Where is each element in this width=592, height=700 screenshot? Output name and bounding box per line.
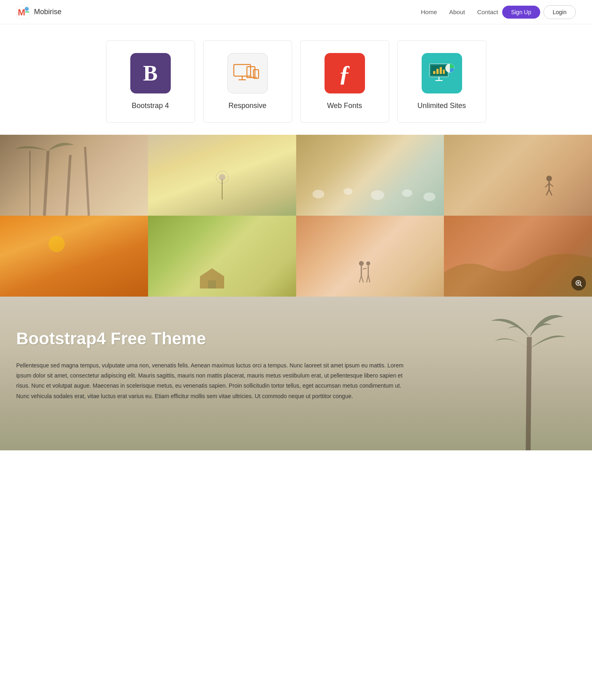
gallery-item-4[interactable] <box>444 135 592 216</box>
webfonts-icon-bg: ƒ <box>325 53 365 93</box>
feature-card-bootstrap: B Bootstrap 4 <box>106 40 195 123</box>
nav-home[interactable]: Home <box>421 8 437 15</box>
svg-line-43 <box>359 276 361 282</box>
svg-rect-40 <box>208 280 216 288</box>
svg-line-49 <box>363 268 367 269</box>
nav-contact[interactable]: Contact <box>477 8 498 15</box>
gallery-section <box>0 135 592 297</box>
content-section: Bootstrap4 Free Theme Pellentesque sed m… <box>0 297 592 450</box>
svg-point-32 <box>546 176 552 181</box>
responsive-devices-icon <box>233 61 262 85</box>
svg-line-54 <box>527 337 529 450</box>
unlimited-sites-icon <box>427 61 456 85</box>
brand-logo-icon: M <box>16 5 31 19</box>
gallery-item-5[interactable] <box>0 216 148 297</box>
svg-point-38 <box>49 236 65 252</box>
svg-line-51 <box>580 285 582 286</box>
svg-point-11 <box>255 77 257 78</box>
bootstrap-icon-bg: B <box>130 53 171 93</box>
gallery-item-6[interactable] <box>148 216 296 297</box>
palm-bg-icon <box>487 297 568 450</box>
unlimited-icon-bg <box>422 53 462 93</box>
svg-rect-14 <box>433 71 435 74</box>
brand-name-text: Mobirise <box>34 8 62 16</box>
gallery-item-7[interactable] <box>296 216 444 297</box>
navbar: M Mobirise Home About Contact Sign Up Lo… <box>0 0 592 24</box>
svg-rect-15 <box>436 69 438 74</box>
svg-line-21 <box>45 151 48 216</box>
svg-point-30 <box>402 189 412 197</box>
svg-line-36 <box>546 189 549 195</box>
unlimited-label: Unlimited Sites <box>417 102 466 110</box>
webfonts-f-icon: ƒ <box>339 60 350 87</box>
bootstrap-b-icon: B <box>143 61 157 86</box>
brand-link[interactable]: M Mobirise <box>16 5 62 19</box>
svg-point-31 <box>423 193 435 201</box>
gallery-item-3[interactable] <box>296 135 444 216</box>
content-body: Pellentesque sed magna tempus, vulputate… <box>16 361 405 401</box>
nav-links: Home About Contact <box>421 8 498 16</box>
gallery-item-2[interactable] <box>148 135 296 216</box>
zoom-icon[interactable] <box>571 276 586 291</box>
bootstrap-label: Bootstrap 4 <box>132 102 169 110</box>
feature-card-unlimited: Unlimited Sites <box>397 40 486 123</box>
svg-text:M: M <box>18 7 25 17</box>
svg-point-3 <box>25 7 29 11</box>
svg-point-41 <box>359 261 364 266</box>
responsive-label: Responsive <box>228 102 266 110</box>
gallery-item-8[interactable] <box>444 216 592 297</box>
nav-about[interactable]: About <box>449 8 465 15</box>
svg-point-28 <box>344 188 352 195</box>
svg-point-29 <box>371 190 384 200</box>
svg-rect-4 <box>25 11 29 13</box>
svg-line-23 <box>85 147 89 216</box>
svg-point-45 <box>366 261 370 265</box>
svg-line-44 <box>361 276 363 282</box>
content-heading: Bootstrap4 Free Theme <box>16 329 576 348</box>
login-button[interactable]: Login <box>543 5 576 19</box>
svg-line-37 <box>549 189 552 195</box>
svg-line-22 <box>67 155 70 216</box>
feature-card-webfonts: ƒ Web Fonts <box>300 40 389 123</box>
svg-point-9 <box>250 76 252 77</box>
svg-rect-16 <box>439 67 441 74</box>
features-section: B Bootstrap 4 Responsive ƒ Web Fo <box>0 24 592 135</box>
svg-line-47 <box>367 275 368 282</box>
svg-point-26 <box>219 174 225 180</box>
webfonts-label: Web Fonts <box>327 102 362 110</box>
gallery-item-1[interactable] <box>0 135 148 216</box>
signup-button[interactable]: Sign Up <box>502 6 540 19</box>
svg-rect-17 <box>443 70 445 74</box>
responsive-icon-bg <box>227 53 268 93</box>
feature-card-responsive: Responsive <box>203 40 292 123</box>
svg-point-27 <box>312 190 324 198</box>
svg-line-48 <box>368 275 370 282</box>
